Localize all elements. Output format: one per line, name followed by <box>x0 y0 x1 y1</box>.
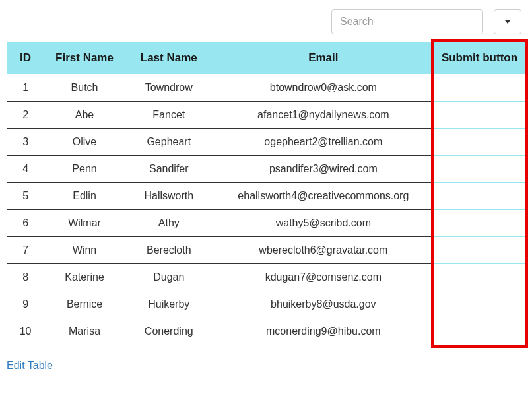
column-header-last[interactable]: Last Name <box>125 42 213 75</box>
cell-first: Katerine <box>44 264 125 291</box>
cell-id: 6 <box>7 210 44 237</box>
cell-last: Hallsworth <box>125 183 213 210</box>
cell-submit[interactable] <box>434 264 525 291</box>
cell-first: Penn <box>44 156 125 183</box>
options-dropdown-button[interactable] <box>494 9 521 34</box>
cell-email: afancet1@nydailynews.com <box>213 102 434 129</box>
cell-last: Sandifer <box>125 156 213 183</box>
cell-first: Winn <box>44 237 125 264</box>
cell-first: Butch <box>44 75 125 102</box>
cell-last: Gepheart <box>125 129 213 156</box>
cell-email: wberecloth6@gravatar.com <box>213 237 434 264</box>
cell-first: Edlin <box>44 183 125 210</box>
cell-id: 3 <box>7 129 44 156</box>
cell-first: Wilmar <box>44 210 125 237</box>
cell-last: Towndrow <box>125 75 213 102</box>
cell-submit[interactable] <box>434 183 525 210</box>
chevron-down-icon <box>505 20 510 24</box>
cell-email: bhuikerby8@usda.gov <box>213 291 434 318</box>
search-input[interactable] <box>331 9 483 34</box>
column-header-submit[interactable]: Submit button <box>434 42 525 75</box>
cell-first: Bernice <box>44 291 125 318</box>
cell-id: 10 <box>7 318 44 345</box>
edit-table-link[interactable]: Edit Table <box>7 360 53 372</box>
cell-id: 8 <box>7 264 44 291</box>
cell-submit[interactable] <box>434 129 525 156</box>
cell-submit[interactable] <box>434 210 525 237</box>
cell-submit[interactable] <box>434 237 525 264</box>
cell-email: wathy5@scribd.com <box>213 210 434 237</box>
column-header-first[interactable]: First Name <box>44 42 125 75</box>
cell-submit[interactable] <box>434 75 525 102</box>
cell-email: kdugan7@comsenz.com <box>213 264 434 291</box>
cell-submit[interactable] <box>434 156 525 183</box>
cell-submit[interactable] <box>434 102 525 129</box>
cell-email: mconerding9@hibu.com <box>213 318 434 345</box>
cell-id: 5 <box>7 183 44 210</box>
cell-email: ogepheart2@trellian.com <box>213 129 434 156</box>
table-row: 6WilmarAthywathy5@scribd.com <box>7 210 525 237</box>
cell-last: Huikerby <box>125 291 213 318</box>
column-header-id[interactable]: ID <box>7 42 44 75</box>
table-row: 9BerniceHuikerbybhuikerby8@usda.gov <box>7 291 525 318</box>
table-row: 2AbeFancetafancet1@nydailynews.com <box>7 102 525 129</box>
table-row: 7WinnBereclothwberecloth6@gravatar.com <box>7 237 525 264</box>
cell-first: Abe <box>44 102 125 129</box>
table-row: 1ButchTowndrowbtowndrow0@ask.com <box>7 75 525 102</box>
cell-last: Dugan <box>125 264 213 291</box>
table-row: 10MarisaConerdingmconerding9@hibu.com <box>7 318 525 345</box>
cell-id: 1 <box>7 75 44 102</box>
data-table: ID First Name Last Name Email Submit but… <box>7 41 525 345</box>
table-wrap: ID First Name Last Name Email Submit but… <box>7 41 525 345</box>
table-row: 5EdlinHallsworthehallsworth4@creativecom… <box>7 183 525 210</box>
cell-submit[interactable] <box>434 291 525 318</box>
cell-id: 4 <box>7 156 44 183</box>
table-row: 3OliveGepheartogepheart2@trellian.com <box>7 129 525 156</box>
cell-email: ehallsworth4@creativecommons.org <box>213 183 434 210</box>
cell-last: Berecloth <box>125 237 213 264</box>
cell-last: Athy <box>125 210 213 237</box>
cell-id: 9 <box>7 291 44 318</box>
cell-email: btowndrow0@ask.com <box>213 75 434 102</box>
cell-email: psandifer3@wired.com <box>213 156 434 183</box>
column-header-email[interactable]: Email <box>213 42 434 75</box>
cell-submit[interactable] <box>434 318 525 345</box>
cell-last: Conerding <box>125 318 213 345</box>
cell-id: 2 <box>7 102 44 129</box>
cell-first: Marisa <box>44 318 125 345</box>
table-row: 8KaterineDugankdugan7@comsenz.com <box>7 264 525 291</box>
cell-first: Olive <box>44 129 125 156</box>
table-row: 4PennSandiferpsandifer3@wired.com <box>7 156 525 183</box>
cell-id: 7 <box>7 237 44 264</box>
cell-last: Fancet <box>125 102 213 129</box>
table-header-row: ID First Name Last Name Email Submit but… <box>7 42 525 75</box>
top-bar <box>7 7 525 41</box>
